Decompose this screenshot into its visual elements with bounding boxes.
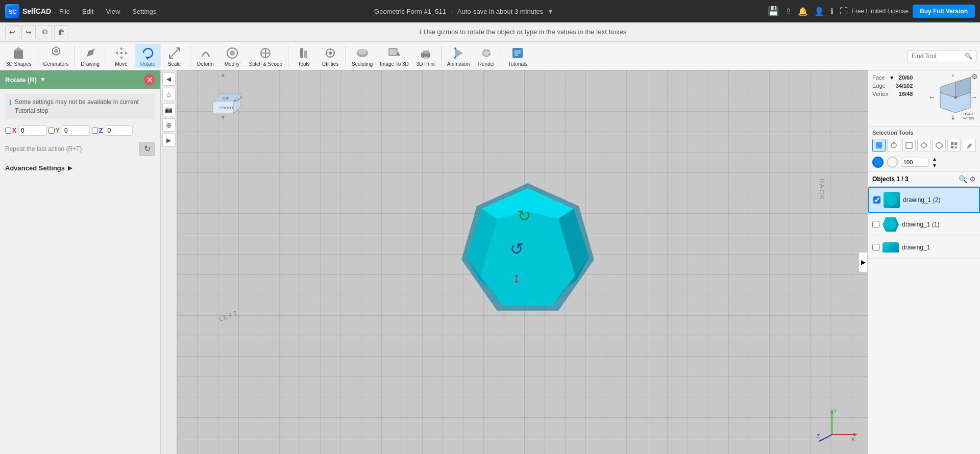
tool-scale[interactable]: Scale [162, 44, 187, 68]
info-box: ℹ Some settings may not be available in … [5, 94, 155, 119]
home-button[interactable]: ⌂ [162, 88, 176, 101]
bell-icon[interactable]: 🔔 [798, 7, 808, 16]
tool-3d-shapes[interactable]: 3D Shapes [3, 44, 34, 68]
svg-marker-93 [887, 194, 897, 206]
search-objects-button[interactable]: 🔍 [959, 175, 967, 183]
select-vertex-button[interactable] [887, 139, 900, 152]
user-icon[interactable]: 👤 [814, 7, 824, 16]
menu-edit[interactable]: Edit [78, 6, 97, 17]
select-all-button[interactable] [947, 139, 961, 152]
tool-tutorials[interactable]: Tutorials [505, 44, 530, 68]
fullscreen-icon[interactable]: ⛶ [840, 7, 848, 16]
panel-dropdown-icon[interactable]: ▼ [40, 76, 46, 83]
scale-icon [166, 45, 183, 61]
tools-label: Tools [298, 61, 309, 67]
menu-view[interactable]: View [102, 6, 124, 17]
nav-cube[interactable]: ▲ ▼ FRONT TOP RIGHT [203, 75, 243, 116]
separator [190, 46, 190, 66]
object-checkbox-1[interactable] [873, 196, 880, 204]
panel-body: ℹ Some settings may not be available in … [0, 89, 160, 454]
svg-marker-10 [125, 52, 128, 55]
panel-close-button[interactable]: ✕ [144, 74, 155, 85]
tool-image-to-3d[interactable]: Image To 3D [377, 44, 412, 68]
tool-animation[interactable]: Animation [444, 44, 473, 68]
object-icon-2 [883, 217, 899, 232]
duplicate-button[interactable]: ⧉ [38, 25, 52, 39]
deform-label: Deform [197, 61, 214, 67]
camera-button[interactable]: 📷 [162, 103, 176, 116]
tool-3d-print[interactable]: 3D Print [413, 44, 438, 68]
undo-button[interactable]: ↩ [5, 25, 19, 39]
share-icon[interactable]: ⇪ [785, 7, 792, 16]
utilities-label: Utilities [322, 61, 338, 67]
y-coord-input[interactable] [62, 125, 90, 136]
rotate-gizmo-red[interactable]: ↕ [513, 270, 521, 286]
select-face-button[interactable] [917, 139, 930, 152]
info-box-text: Some settings may not be available in cu… [15, 98, 151, 115]
svg-marker-76 [930, 96, 931, 99]
menu-settings[interactable]: Settings [128, 6, 160, 17]
tool-render[interactable]: Render [474, 44, 499, 68]
delete-button[interactable]: 🗑 [54, 25, 68, 39]
x-coord-input[interactable] [18, 125, 46, 136]
svg-rect-89 [954, 142, 957, 145]
find-tool-input[interactable] [912, 53, 963, 60]
object-item-2[interactable]: drawing_1 (1) [868, 213, 980, 236]
tool-tools[interactable]: Tools [291, 44, 316, 68]
object-name-3: drawing_1 [902, 244, 930, 251]
paint-select-button[interactable] [963, 139, 976, 152]
solid-view-button[interactable] [872, 157, 884, 168]
svg-marker-86 [921, 142, 927, 148]
settings-gear-button[interactable]: ⚙ [971, 72, 978, 81]
objects-settings-button[interactable]: ⚙ [969, 175, 976, 183]
select-object-button[interactable] [872, 139, 886, 152]
expand-panel-button[interactable]: ▶ [162, 134, 176, 147]
nav-down-button[interactable]: ▼ [220, 114, 226, 120]
nav-up-button[interactable]: ▲ [220, 71, 226, 78]
object-icon-3 [883, 242, 899, 253]
tool-stitch-scoop[interactable]: Stitch & Scoop [246, 44, 286, 68]
object-checkbox-3[interactable] [872, 244, 879, 251]
selection-tools-label: Selection Tools [872, 130, 976, 136]
face-dropdown[interactable]: ▼ [889, 75, 894, 81]
info-icon[interactable]: ℹ [830, 7, 834, 16]
tool-utilities[interactable]: Utilities [317, 44, 343, 68]
z-coord-input[interactable] [105, 125, 133, 136]
object-item-1[interactable]: drawing_1 (2) [868, 187, 980, 213]
redo-button[interactable]: ↪ [21, 25, 36, 39]
tool-sculpting[interactable]: Sculpting [349, 44, 376, 68]
select-body-button[interactable] [933, 139, 946, 152]
collapse-panel-button[interactable]: ◀ [162, 72, 176, 86]
select-edge-button[interactable] [902, 139, 916, 152]
menu-file[interactable]: File [55, 6, 74, 17]
svg-marker-7 [120, 47, 123, 49]
tool-deform[interactable]: Deform [193, 44, 218, 68]
z-coord-checkbox[interactable] [92, 128, 98, 134]
tool-move[interactable]: Move [109, 44, 134, 68]
rotate-gizmo-blue[interactable]: ↺ [510, 239, 524, 259]
tool-generators[interactable]: Generators [40, 44, 71, 68]
repeat-button[interactable]: ↻ [139, 142, 155, 156]
info-bar: ℹ Use gizmos to rotate the object or typ… [70, 28, 975, 36]
y-coord-checkbox[interactable] [48, 128, 55, 134]
buy-full-version-button[interactable]: Buy Full Version [913, 5, 975, 18]
svg-marker-74 [951, 118, 954, 120]
x-coord-checkbox[interactable] [5, 128, 11, 134]
wireframe-view-button[interactable] [887, 157, 898, 168]
3d-shapes-label: 3D Shapes [6, 61, 31, 67]
svg-rect-88 [951, 142, 953, 145]
viewport[interactable]: ▲ ▼ FRONT TOP RIGHT [177, 70, 868, 454]
object-item-3[interactable]: drawing_1 [868, 236, 980, 259]
tool-modify[interactable]: Modify [219, 44, 245, 68]
opacity-stepper-up[interactable]: ▲▼ [932, 156, 937, 168]
tool-drawing[interactable]: Drawing [78, 44, 103, 68]
tool-rotate[interactable]: Rotate [135, 44, 161, 68]
expand-right-button[interactable]: ▶ [859, 252, 868, 272]
save-icon[interactable]: 💾 [768, 6, 779, 17]
advanced-settings-row[interactable]: Advanced Settings ▶ [5, 164, 155, 172]
svg-text:X: X [851, 437, 855, 442]
opacity-input[interactable] [901, 158, 929, 167]
autosave-dropdown-icon[interactable]: ▼ [547, 8, 554, 15]
object-checkbox-2[interactable] [872, 221, 879, 228]
orbit-button[interactable]: ⊕ [162, 118, 176, 132]
